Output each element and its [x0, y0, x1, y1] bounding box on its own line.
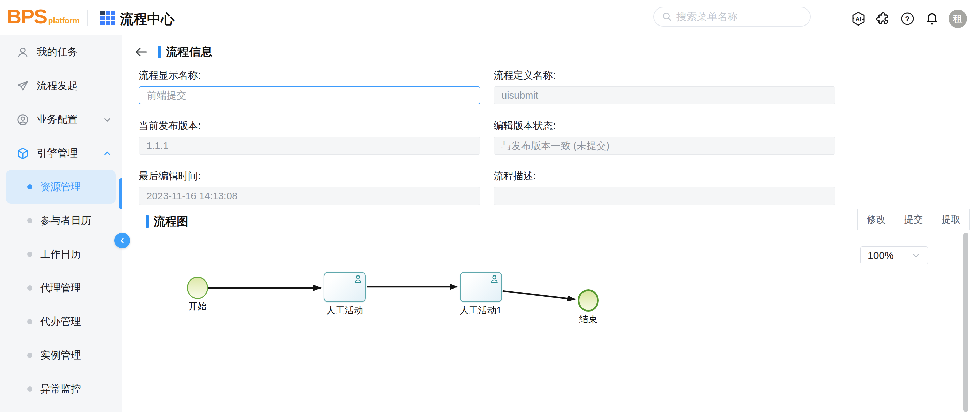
- bullet-dot-icon: [27, 387, 32, 391]
- sidebar-item-engine-management[interactable]: 引擎管理: [0, 136, 122, 170]
- end-event-node[interactable]: [578, 289, 599, 312]
- sidebar-item-my-tasks[interactable]: 我的任务: [0, 35, 122, 69]
- task-node-manual-activity-1[interactable]: [460, 272, 502, 302]
- extract-button[interactable]: 提取: [932, 209, 970, 230]
- avatar[interactable]: 租: [949, 10, 967, 28]
- logo-subtext: platform: [48, 16, 80, 25]
- sidebar-item-label: 我的任务: [37, 45, 112, 59]
- person-icon: [489, 274, 500, 285]
- chevron-up-icon: [102, 148, 112, 158]
- bell-icon[interactable]: [924, 11, 940, 27]
- sidebar-subitem-label: 资源管理: [40, 180, 81, 194]
- grid-icon: [100, 11, 115, 25]
- chevron-left-icon: [119, 237, 126, 244]
- node-label: 人工活动: [301, 304, 389, 316]
- process-diagram-canvas: 开始 人工活动 人工活动1 结束: [122, 35, 980, 412]
- main-content: 流程信息 流程显示名称: 流程定义名称: uisubmit 当前发布版本: 1.…: [122, 35, 980, 412]
- sidebar-subitem-agent-management[interactable]: 代理管理: [6, 271, 116, 305]
- sidebar-subitem-work-calendar[interactable]: 工作日历: [6, 238, 116, 271]
- sidebar-subitem-exception-monitor[interactable]: 异常监控: [6, 372, 116, 406]
- zoom-value: 100%: [868, 250, 911, 261]
- ai-icon[interactable]: AI: [851, 11, 866, 27]
- bullet-dot-icon: [27, 285, 32, 290]
- help-icon[interactable]: ?: [900, 11, 915, 27]
- logo-text: BPS: [7, 5, 47, 28]
- header-divider: [87, 10, 88, 26]
- node-label: 开始: [153, 300, 242, 312]
- logo[interactable]: BPSplatform: [7, 5, 80, 28]
- plugin-icon[interactable]: [875, 11, 891, 27]
- header-actions: AI ? 租: [851, 10, 967, 28]
- node-label: 人工活动1: [436, 304, 525, 316]
- search-input[interactable]: [676, 11, 803, 22]
- bullet-dot-icon: [27, 252, 32, 257]
- bullet-dot-icon: [27, 319, 32, 324]
- bullet-dot-icon: [27, 184, 32, 190]
- bullet-dot-icon: [27, 353, 32, 358]
- sidebar-subitem-label: 代办管理: [40, 315, 81, 329]
- user-icon: [16, 46, 31, 59]
- search-box[interactable]: [653, 7, 811, 27]
- chevron-down-icon: [102, 115, 112, 125]
- task-node-manual-activity[interactable]: [324, 272, 366, 302]
- vertical-scrollbar[interactable]: [963, 233, 969, 412]
- sidebar-subitem-resource-management[interactable]: 资源管理: [6, 170, 116, 204]
- page-title: 流程中心: [120, 10, 174, 28]
- user-circle-icon: [16, 113, 31, 126]
- svg-text:?: ?: [905, 14, 910, 23]
- sidebar-subitem-instance-management[interactable]: 实例管理: [6, 339, 116, 372]
- modify-button[interactable]: 修改: [858, 209, 895, 230]
- submit-button[interactable]: 提交: [895, 209, 932, 230]
- active-indicator-bar: [119, 178, 122, 209]
- zoom-select[interactable]: 100%: [861, 246, 928, 265]
- sidebar-item-process-start[interactable]: 流程发起: [0, 69, 122, 103]
- node-label: 结束: [544, 313, 633, 325]
- diagram-toolbar: 修改 提交 提取: [858, 209, 970, 230]
- cube-icon: [16, 147, 31, 160]
- avatar-text: 租: [953, 13, 963, 25]
- sidebar-subitem-label: 实例管理: [40, 349, 81, 362]
- sidebar: 我的任务 流程发起 业务配置: [0, 35, 122, 412]
- sidebar-item-business-config[interactable]: 业务配置: [0, 103, 122, 136]
- top-header: BPSplatform 流程中心 AI: [0, 0, 980, 35]
- search-icon: [662, 11, 672, 22]
- sidebar-item-label: 业务配置: [37, 113, 102, 127]
- sidebar-subitem-label: 参与者日历: [40, 214, 91, 228]
- svg-text:AI: AI: [856, 16, 861, 22]
- send-icon: [16, 79, 31, 92]
- sidebar-item-label: 流程发起: [37, 79, 112, 93]
- sidebar-collapse-button[interactable]: [115, 233, 130, 248]
- sidebar-subitem-label: 工作日历: [40, 247, 81, 261]
- app-root: BPSplatform 流程中心 AI: [0, 0, 980, 412]
- sidebar-subitem-todo-management[interactable]: 代办管理: [6, 305, 116, 339]
- sidebar-subitem-label: 代理管理: [40, 281, 81, 295]
- person-icon: [353, 274, 363, 285]
- sidebar-item-label: 引擎管理: [37, 146, 102, 160]
- sidebar-subitem-label: 异常监控: [40, 382, 81, 396]
- bullet-dot-icon: [27, 218, 32, 223]
- chevron-down-icon: [911, 251, 921, 260]
- start-event-node[interactable]: [187, 277, 208, 299]
- sidebar-subitem-participant-calendar[interactable]: 参与者日历: [6, 204, 116, 238]
